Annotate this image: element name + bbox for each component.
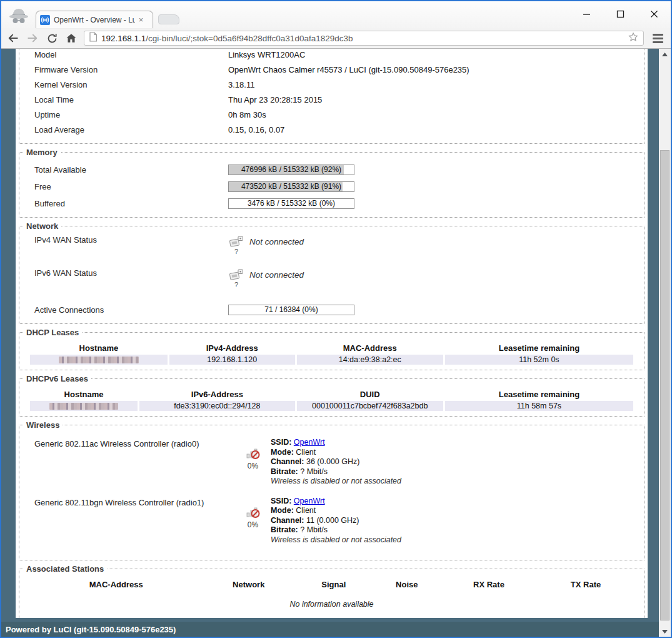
luci-content: Model Linksys WRT1200AC Firmware Version… [16,49,648,618]
progress-bar-text: 473520 kB / 515332 kB (91%) [229,182,354,191]
menu-hamburger-icon[interactable] [649,31,666,45]
column-header: IPv6-Address [139,389,295,400]
column-header: Network [204,579,294,590]
scrollbar-thumb[interactable] [660,150,669,620]
system-row-value: Thu Apr 23 20:28:15 2015 [228,95,322,104]
signal-percent: 0% [241,462,264,470]
system-row: Load Average 0.15, 0.16, 0.07 [28,122,635,137]
system-row-label: Firmware Version [28,65,228,74]
progress-bar: 3476 kB / 515332 kB (0%) [228,198,354,209]
system-row: Firmware Version OpenWrt Chaos Calmer r4… [28,62,635,77]
system-row-label: Kernel Version [28,80,228,89]
bitrate-value: ? Mbit/s [300,467,328,476]
mac-cell: 14:da:e9:38:a2:ec [297,355,443,365]
wan-row-label: IPv6 WAN Status [28,268,228,278]
progress-bar: 473520 kB / 515332 kB (91%) [228,181,354,192]
hostname-cell [30,355,168,365]
radio-name: Generic 802.11bgn Wireless Controller (r… [28,497,241,545]
signal-disabled-icon: 0% [241,497,264,545]
system-row-label: Load Average [28,125,228,134]
section-legend: DHCPv6 Leases [23,374,91,383]
maximize-button[interactable] [611,6,629,21]
home-icon[interactable] [64,31,78,45]
system-row: Uptime 0h 8m 30s [28,107,635,122]
redacted-hostname [49,403,118,410]
system-row-label: Local Time [28,95,228,104]
memory-row-label: Free [28,182,228,191]
table-row: fde3:3190:ec0d::294/128 000100011c7bcbef… [30,401,633,411]
progress-bar: 71 / 16384 (0%) [228,305,354,315]
ipv6-wan-status: Not connected [249,270,304,286]
ssid-link[interactable]: OpenWrt [294,438,325,447]
section-legend: Wireless [23,420,63,430]
wan-icon-caption: ? [228,281,244,288]
titlebar: OpenWrt - Overview - LuC × [1,1,671,28]
system-row-value: 0.15, 0.16, 0.07 [228,125,284,134]
ipv4-wan-row: IPv4 WAN Status [28,235,635,268]
radio1-block: Generic 802.11bgn Wireless Controller (r… [28,497,635,545]
column-header: Hostname [30,343,168,353]
leasetime-cell: 11h 52m 0s [445,355,633,365]
progress-bar-text: 3476 kB / 515332 kB (0%) [229,199,354,208]
memory-row: Buffered 3476 kB / 515332 kB (0%) [28,195,635,212]
scroll-down-icon[interactable] [659,626,671,637]
radio-note: Wireless is disabled or not associated [271,535,401,545]
system-row-value: Linksys WRT1200AC [228,50,305,59]
channel-label: Channel: [271,457,304,466]
system-row-value: 3.18.11 [228,80,254,89]
footer-text: Powered by LuCI (git-15.090.50849-576e23… [6,625,176,634]
memory-row: Total Available 476996 kB / 515332 kB (9… [28,161,635,178]
section-legend: Associated Stations [23,564,107,574]
bookmark-star-icon[interactable] [628,31,639,45]
column-header: MAC-Address [297,343,443,353]
mode-label: Mode: [271,506,294,515]
signal-percent: 0% [241,520,264,529]
bitrate-label: Bitrate: [271,467,298,476]
column-header: Leasetime remaining [445,389,633,400]
radio0-block: Generic 802.11ac Wireless Controller (ra… [28,438,635,487]
system-row-value: OpenWrt Chaos Calmer r45573 / LuCI (git-… [228,65,469,74]
column-header: Hostname [30,389,138,400]
signal-disabled-icon: 0% [241,438,264,487]
section-dhcp-leases: DHCP Leases Hostname IPv4-Address MAC-Ad… [19,332,644,370]
wan-icon-caption: ? [228,248,244,255]
bitrate-label: Bitrate: [271,525,298,534]
system-row: Local Time Thu Apr 23 20:28:15 2015 [28,92,635,107]
ipv6-wan-row: IPv6 WAN Status [28,268,635,301]
scroll-up-icon[interactable] [659,49,671,59]
section-dhcpv6-leases: DHCPv6 Leases Hostname IPv6-Address DUID… [19,378,644,417]
section-network: Network IPv4 WAN Status [19,226,644,324]
url-host: 192.168.1.1 [101,34,146,43]
ssid-label: SSID: [271,438,291,447]
radio-info: SSID: OpenWrt Mode: Client Channel: 36 (… [264,438,401,487]
minimize-button[interactable] [577,6,596,21]
back-icon[interactable] [6,31,20,45]
ipv4-wan-status: Not connected [249,237,304,253]
section-system: Model Linksys WRT1200AC Firmware Version… [19,49,644,144]
hostname-cell [30,401,138,411]
forward-icon[interactable] [26,31,39,45]
leasetime-cell: 11h 58m 57s [445,401,633,411]
tab-title: OpenWrt - Overview - LuC [54,16,135,24]
ssid-link[interactable]: OpenWrt [294,497,325,505]
url-bar[interactable]: 192.168.1.1/cgi-bin/luci/;stok=0d5a6f94b… [84,31,644,46]
browser-toolbar: 192.168.1.1/cgi-bin/luci/;stok=0d5a6f94b… [1,28,671,49]
progress-bar-text: 476996 kB / 515332 kB (92%) [229,165,354,175]
url-path: /cgi-bin/luci/;stok=0d5a6f94b28dffc0a31d… [146,34,353,43]
tab-close-icon[interactable]: × [136,15,146,24]
column-header: Noise [374,579,440,590]
url-text[interactable]: 192.168.1.1/cgi-bin/luci/;stok=0d5a6f94b… [101,34,624,43]
duid-cell: 000100011c7bcbef742f683a2bdb [297,401,443,411]
refresh-icon[interactable] [45,31,59,45]
progress-bar-text: 71 / 16384 (0%) [229,305,354,315]
vertical-scrollbar[interactable] [659,49,671,637]
footer-bar: Powered by LuCI (git-15.090.50849-576e23… [1,622,659,637]
ethernet-disabled-icon: ? [228,235,244,255]
dhcp-leases-table: Hostname IPv4-Address MAC-Address Leaset… [28,342,635,366]
new-tab-button[interactable] [158,14,179,24]
wan-row-label: IPv4 WAN Status [28,235,228,245]
close-button[interactable] [644,6,663,21]
section-legend: Memory [23,148,61,157]
column-header: Signal [295,579,373,590]
browser-tab[interactable]: OpenWrt - Overview - LuC × [36,11,153,28]
